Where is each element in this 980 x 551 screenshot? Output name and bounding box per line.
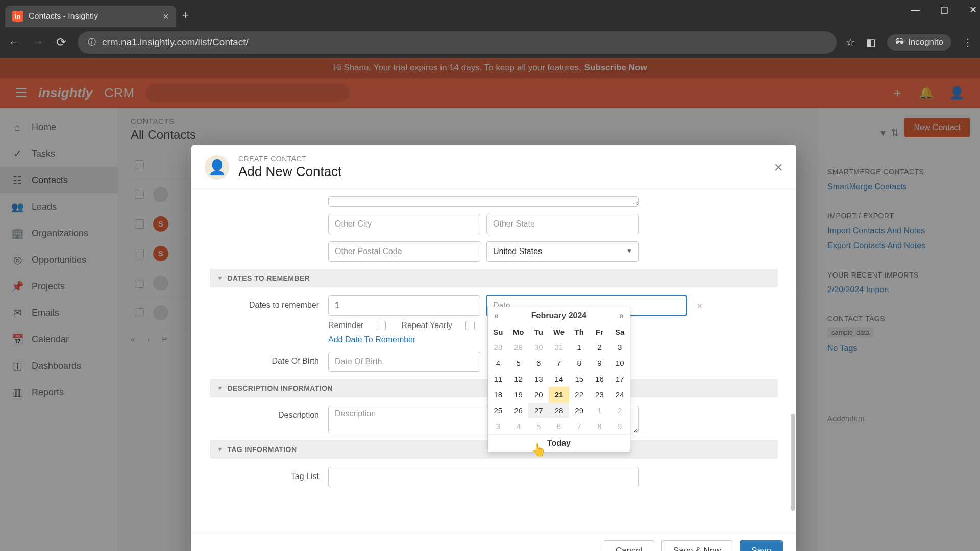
datepicker-day[interactable]: 15	[569, 371, 590, 387]
datepicker-day[interactable]: 4	[488, 355, 508, 371]
save-button[interactable]: Save	[740, 540, 783, 551]
other-address-input[interactable]	[328, 196, 639, 207]
today-button[interactable]: Today	[488, 434, 630, 452]
datepicker-day[interactable]: 22	[569, 387, 590, 403]
datepicker-day[interactable]: 23	[590, 387, 610, 403]
datepicker-grid: SuMoTuWeThFrSa28293031123456789101112131…	[488, 324, 630, 434]
close-tab-icon[interactable]: ×	[163, 11, 169, 22]
dob-input[interactable]	[328, 352, 480, 372]
remove-date-icon[interactable]: ×	[697, 300, 703, 312]
datepicker-day[interactable]: 6	[549, 418, 569, 434]
datepicker-day[interactable]: 14	[549, 371, 569, 387]
url-text: crm.na1.insightly.com/list/Contact/	[102, 37, 249, 48]
site-info-icon[interactable]: ⓘ	[88, 37, 96, 48]
datepicker-day[interactable]: 31	[549, 339, 569, 355]
dow-label: Th	[569, 324, 590, 339]
datepicker-day[interactable]: 7	[549, 355, 569, 371]
datepicker-day[interactable]: 4	[508, 418, 529, 434]
other-city-input[interactable]	[328, 214, 480, 234]
datepicker: « February 2024 » SuMoTuWeThFrSa28293031…	[487, 307, 630, 453]
scrollbar-thumb[interactable]	[791, 414, 795, 511]
datepicker-day[interactable]: 24	[609, 387, 630, 403]
other-country-select[interactable]	[486, 241, 639, 262]
datepicker-day[interactable]: 6	[528, 355, 549, 371]
bookmark-icon[interactable]: ☆	[846, 36, 855, 48]
menu-icon[interactable]: ⋮	[963, 36, 973, 48]
datepicker-day[interactable]: 7	[569, 418, 590, 434]
new-tab-button[interactable]: +	[182, 9, 189, 22]
add-date-link[interactable]: Add Date To Remember	[328, 335, 415, 344]
datepicker-day[interactable]: 2	[609, 403, 630, 418]
datepicker-day[interactable]: 19	[508, 387, 529, 403]
modal-eyebrow: CREATE CONTACT	[238, 155, 341, 163]
add-contact-modal: 👤 CREATE CONTACT Add New Contact ×	[191, 145, 796, 551]
datepicker-day[interactable]: 12	[508, 371, 529, 387]
datepicker-day[interactable]: 28	[549, 403, 569, 418]
tag-input[interactable]	[328, 467, 639, 487]
description-label: Description	[210, 406, 328, 420]
maximize-icon[interactable]: ▢	[940, 4, 949, 15]
dow-label: Sa	[609, 324, 630, 339]
reload-icon[interactable]: ⟳	[54, 35, 68, 49]
reminder-label: Reminder	[328, 321, 363, 330]
datepicker-day[interactable]: 9	[609, 418, 630, 434]
datepicker-day[interactable]: 3	[488, 418, 508, 434]
url-field[interactable]: ⓘ crm.na1.insightly.com/list/Contact/	[78, 31, 837, 54]
datepicker-day[interactable]: 28	[488, 339, 508, 355]
datepicker-day[interactable]: 8	[569, 355, 590, 371]
section-dates[interactable]: ▼ DATES TO REMEMBER	[210, 269, 778, 287]
datepicker-day[interactable]: 18	[488, 387, 508, 403]
prev-month-icon[interactable]: «	[494, 311, 499, 320]
datepicker-day[interactable]: 29	[569, 403, 590, 418]
close-modal-icon[interactable]: ×	[774, 159, 783, 176]
datepicker-day[interactable]: 21	[549, 387, 569, 403]
datepicker-day[interactable]: 17	[609, 371, 630, 387]
contact-avatar-icon: 👤	[205, 155, 229, 180]
window-controls: ― ▢ ✕	[911, 4, 977, 15]
url-bar: ← → ⟳ ⓘ crm.na1.insightly.com/list/Conta…	[0, 27, 980, 58]
browser-tab[interactable]: in Contacts - Insightly ×	[5, 6, 176, 27]
datepicker-day[interactable]: 29	[508, 339, 529, 355]
cancel-button[interactable]: Cancel	[604, 540, 654, 551]
datepicker-day[interactable]: 11	[488, 371, 508, 387]
dow-label: Mo	[508, 324, 529, 339]
datepicker-day[interactable]: 1	[569, 339, 590, 355]
datepicker-day[interactable]: 13	[528, 371, 549, 387]
dow-label: We	[549, 324, 569, 339]
datepicker-day[interactable]: 1	[590, 403, 610, 418]
page: Hi Shane. Your trial expires in 14 days.…	[0, 58, 980, 551]
save-new-button[interactable]: Save & New	[662, 540, 733, 551]
datepicker-day[interactable]: 16	[590, 371, 610, 387]
datepicker-day[interactable]: 5	[508, 355, 529, 371]
close-window-icon[interactable]: ✕	[969, 4, 977, 15]
chevron-down-icon: ▼	[217, 274, 223, 282]
browser-chrome: in Contacts - Insightly × + ― ▢ ✕ ← → ⟳ …	[0, 0, 980, 58]
back-icon[interactable]: ←	[7, 35, 21, 49]
datepicker-day[interactable]: 27	[528, 403, 549, 418]
minimize-icon[interactable]: ―	[911, 5, 920, 15]
reminder-checkbox[interactable]	[377, 321, 386, 330]
next-month-icon[interactable]: »	[619, 311, 624, 320]
dow-label: Fr	[590, 324, 610, 339]
datepicker-day[interactable]: 9	[590, 355, 610, 371]
datepicker-day[interactable]: 3	[609, 339, 630, 355]
datepicker-day[interactable]: 2	[590, 339, 610, 355]
datepicker-day[interactable]: 20	[528, 387, 549, 403]
datepicker-day[interactable]: 26	[508, 403, 529, 418]
datepicker-day[interactable]: 8	[590, 418, 610, 434]
month-label[interactable]: February 2024	[531, 311, 587, 320]
repeat-checkbox[interactable]	[465, 321, 475, 330]
other-postal-input[interactable]	[328, 241, 480, 262]
reminder-value-input[interactable]	[328, 295, 480, 316]
tag-label: Tag List	[210, 467, 328, 481]
datepicker-day[interactable]: 5	[528, 418, 549, 434]
other-state-input[interactable]	[486, 214, 639, 234]
modal-body: ▼ DATES TO REMEMBER Dates to remember × …	[191, 189, 796, 533]
incognito-badge[interactable]: 🕶 Incognito	[887, 34, 951, 51]
modal-title: Add New Contact	[238, 164, 341, 180]
panel-icon[interactable]: ◧	[866, 36, 876, 48]
datepicker-day[interactable]: 30	[528, 339, 549, 355]
incognito-icon: 🕶	[895, 37, 904, 47]
datepicker-day[interactable]: 10	[609, 355, 630, 371]
datepicker-day[interactable]: 25	[488, 403, 508, 418]
